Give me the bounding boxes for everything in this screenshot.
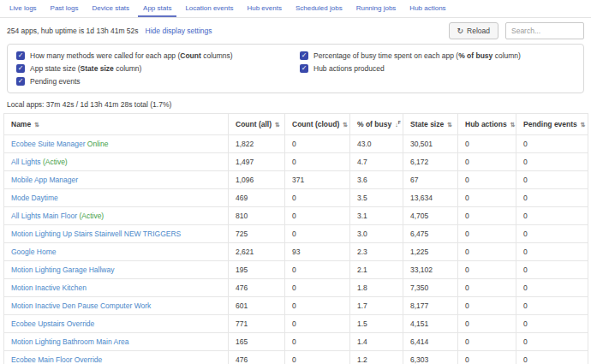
cell-pending-events: 0 [516,297,588,315]
column-header[interactable]: Count (all)⇅ [229,114,285,135]
cell-count-all: 1,096 [229,171,285,189]
cell-pct-busy: 3.0 [350,225,403,243]
table-row: Motion Inactive Den Pause Computer Work … [4,297,588,315]
column-header[interactable]: % of busy↓ [350,114,403,135]
tab-bar: Live logsPast logsDevice statsApp statsL… [0,0,591,18]
tab[interactable]: App stats [138,0,176,17]
app-status-badge: (Active) [43,158,68,166]
cell-pct-busy: 1.4 [350,333,403,351]
app-link[interactable]: Google Home [11,248,56,256]
app-link[interactable]: Motion Lighting Bathroom Main Area [11,337,129,346]
tab[interactable]: Hub actions [404,0,451,17]
checkbox-checked-icon[interactable]: ✓ [16,64,25,73]
cell-name: Motion Lighting Garage Hallway [4,261,229,279]
app-link[interactable]: Ecobee Upstairs Override [11,319,94,328]
cell-name: All Lights Main Floor (Active) [4,207,229,225]
tab[interactable]: Location events [180,0,238,17]
uptime-summary-row: 254 apps, hub uptime is 1d 13h 41m 52sHi… [7,27,212,35]
column-label: Count (all) [236,120,272,128]
app-link[interactable]: All Lights [11,158,41,166]
cell-name: Ecobee Main Floor Override [4,351,229,364]
option-text-bold: Count [180,51,201,60]
hide-display-settings-link[interactable]: Hide display settings [146,27,212,35]
app-status-badge: (Active) [79,212,104,220]
column-header[interactable]: Count (cloud)⇅ [285,114,350,135]
reload-button-label: Reload [467,27,490,35]
cell-hub-actions: 0 [458,333,516,351]
tab[interactable]: Past logs [45,0,84,17]
sort-icon[interactable]: ⇅ [34,122,39,128]
cell-state-size: 6,414 [403,333,458,351]
cell-hub-actions: 0 [458,171,516,189]
tab[interactable]: Live logs [4,0,42,17]
uptime-summary: 254 apps, hub uptime is 1d 13h 41m 52s [7,27,139,35]
tab[interactable]: Running jobs [351,0,402,17]
tab[interactable]: Device stats [87,0,134,17]
cell-pending-events: 0 [516,261,588,279]
cell-pct-busy: 2.3 [350,243,403,261]
app-link[interactable]: Motion Lighting Up Stairs Stairwell NEW … [11,230,181,238]
sort-icon[interactable]: ⇅ [581,122,586,128]
cell-state-size: 7,350 [403,279,458,297]
table-row: Mode Daytime 469 0 3.5 13,634 0 0 [4,189,588,207]
toolbar: 254 apps, hub uptime is 1d 13h 41m 52sHi… [0,18,591,43]
settings-option[interactable]: ✓ Hub actions produced [300,64,575,73]
app-link[interactable]: All Lights Main Floor [11,212,77,220]
column-header[interactable]: Pending events⇅ [516,114,588,135]
sort-icon[interactable]: ↓ [395,122,401,128]
app-link[interactable]: Motion Lighting Garage Hallway [11,266,114,274]
cell-pending-events: 0 [516,189,588,207]
cell-hub-actions: 0 [458,135,516,153]
option-text-post: columns) [201,51,233,60]
app-link[interactable]: Ecobee Main Floor Override [11,355,102,364]
checkbox-checked-icon[interactable]: ✓ [300,51,308,60]
table-row: Ecobee Main Floor Override 476 0 1.2 6,3… [4,351,588,364]
cell-count-cloud: 371 [285,171,350,189]
tab[interactable]: Scheduled jobs [290,0,348,17]
reload-button[interactable]: ↻ Reload [449,22,498,39]
sort-icon[interactable]: ⇅ [343,122,348,128]
cell-state-size: 6,303 [403,351,458,364]
search-input[interactable] [505,22,584,39]
cell-count-cloud: 0 [285,153,350,171]
cell-count-all: 165 [229,333,285,351]
checkbox-checked-icon[interactable]: ✓ [16,77,25,86]
app-link[interactable]: Motion Inactive Den Pause Computer Work [11,301,151,310]
column-label: Hub actions [465,120,507,128]
cell-hub-actions: 0 [458,261,516,279]
sort-icon[interactable]: ⇅ [447,122,452,128]
cell-count-cloud: 93 [285,243,350,261]
settings-option[interactable]: ✓ Percentage of busy time spent on each … [300,51,575,60]
settings-option[interactable]: ✓ App state size (State size column) [16,64,291,73]
cell-state-size: 13,634 [403,189,458,207]
app-link[interactable]: Mode Daytime [11,194,58,202]
settings-option[interactable]: ✓ Pending events [16,77,291,86]
cell-hub-actions: 0 [458,351,516,364]
cell-count-all: 601 [229,297,285,315]
cell-pct-busy: 3.6 [350,171,403,189]
checkbox-checked-icon[interactable]: ✓ [16,51,25,60]
column-header[interactable]: State size⇅ [403,114,458,135]
app-link[interactable]: Motion Inactive Kitchen [11,283,87,292]
cell-pending-events: 0 [516,243,588,261]
tab[interactable]: Hub events [242,0,286,17]
app-link[interactable]: Ecobee Suite Manager [11,140,85,148]
option-text-pre: Pending events [30,77,81,86]
sort-icon[interactable]: ⇅ [275,122,280,128]
cell-hub-actions: 0 [458,297,516,315]
cell-count-cloud: 0 [285,351,350,364]
checkbox-checked-icon[interactable]: ✓ [300,64,308,73]
column-header[interactable]: Hub actions⇅ [458,114,516,135]
cell-name: Motion Lighting Up Stairs Stairwell NEW … [4,225,229,243]
app-link[interactable]: Mobile App Manager [11,176,78,184]
refresh-icon: ↻ [457,27,464,35]
settings-option[interactable]: ✓ How many methods were called for each … [16,51,291,60]
cell-name: Mode Daytime [4,189,229,207]
column-header[interactable]: Name⇅ [4,114,229,135]
cell-hub-actions: 0 [458,315,516,333]
cell-count-all: 469 [229,189,285,207]
sort-icon[interactable]: ⇅ [510,122,516,128]
cell-hub-actions: 0 [458,243,516,261]
cell-count-all: 195 [229,261,285,279]
cell-pending-events: 0 [516,279,588,297]
